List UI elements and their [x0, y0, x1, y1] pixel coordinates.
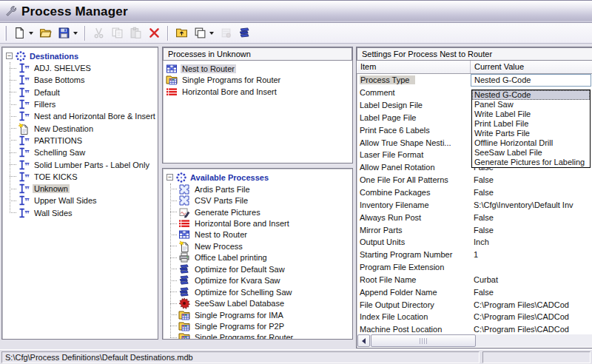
settings-row[interactable]: Always Run Post False — [357, 211, 592, 223]
collapse-expander-icon[interactable]: − — [166, 174, 173, 181]
settings-panel-header: Settings For Process Nest to Router — [357, 47, 592, 61]
column-header-item[interactable]: Item — [357, 61, 471, 73]
copy-button[interactable] — [108, 24, 127, 42]
open-button[interactable] — [36, 24, 55, 42]
settings-row[interactable]: Output Units Inch — [357, 236, 592, 249]
setting-item-label: Starting Program Number — [360, 250, 452, 259]
tree-item[interactable]: Single Programs for IMA — [165, 309, 352, 320]
settings-row[interactable]: Mirror Parts False — [357, 223, 592, 236]
tree-item[interactable]: New Process — [165, 240, 352, 252]
tree-item[interactable]: TOE KICKS — [4, 171, 158, 183]
tree-item[interactable]: Single Programs for Router — [165, 332, 352, 340]
clamp-icon — [18, 62, 30, 74]
process-list-item[interactable]: Nest to Router — [164, 63, 351, 75]
delete-button[interactable] — [145, 24, 164, 42]
tree-root-destinations[interactable]: − Destinations — [4, 50, 158, 62]
cut-button[interactable] — [90, 24, 108, 42]
tree-item[interactable]: CSV Parts File — [165, 195, 352, 206]
dropdown-option[interactable]: Write Parts File — [472, 129, 590, 138]
tree-item[interactable]: SeeSaw Label Database — [165, 297, 352, 309]
dropdown-arrow-icon[interactable] — [29, 32, 33, 35]
tree-item[interactable]: Office Label printing — [165, 252, 352, 263]
save-button[interactable] — [55, 24, 81, 42]
destinations-items: ADJ. SHELVES Base Bottoms Default Filler… — [4, 62, 158, 219]
cut-icon — [92, 27, 105, 39]
tree-connector — [170, 235, 177, 235]
tree-item[interactable]: Ardis Parts File — [165, 183, 352, 195]
clamp-icon — [18, 207, 30, 219]
tree-item[interactable]: New Destination — [4, 122, 158, 134]
available-processes-tree: − Available Processes Ardis Parts File C… — [163, 169, 352, 340]
toolbar — [0, 23, 592, 44]
tree-item[interactable]: Wall Sides — [4, 207, 158, 219]
settings-row[interactable]: File Output Directory C:\Program Files\C… — [357, 298, 592, 311]
tree-item-label: Optimize for Kvara Saw — [193, 276, 282, 285]
settings-row[interactable]: Process Type Nested G-Code — [357, 74, 592, 87]
settings-row[interactable]: Inventory Filename S:\Cfg\Inventory\Defa… — [357, 198, 592, 211]
tree-item[interactable]: PARTITIONS — [4, 135, 158, 146]
process-list-item[interactable]: Single Programs for Router — [164, 75, 351, 87]
new-button[interactable] — [10, 24, 36, 42]
tree-item[interactable]: Single Programs for P2P — [165, 320, 352, 331]
dropdown-option[interactable]: Panel Saw — [472, 100, 590, 109]
tree-item[interactable]: Schelling Saw — [4, 146, 158, 158]
tree-item[interactable]: Default — [4, 87, 158, 98]
settings-row[interactable]: Combine Packages False — [357, 186, 592, 199]
open-process-button[interactable] — [172, 24, 191, 42]
setting-value: 1 — [474, 250, 478, 259]
paste-button[interactable] — [127, 24, 145, 42]
tree-item[interactable]: Base Bottoms — [4, 74, 158, 86]
tree-item[interactable]: Upper Wall Sides — [4, 195, 158, 206]
tree-connector — [10, 92, 16, 92]
setting-value: Curbat — [474, 275, 498, 284]
dropdown-option[interactable]: Write Label File — [472, 109, 590, 119]
tree-connector — [170, 269, 177, 269]
dropdown-option[interactable]: Offline Horizontal Drill — [472, 138, 590, 148]
dropdown-option[interactable]: Print Label File — [472, 119, 590, 129]
scrollbar-thumb[interactable] — [371, 334, 476, 347]
tree-item[interactable]: Nest to Router — [165, 229, 352, 240]
settings-row[interactable]: Append Folder Name False — [357, 286, 592, 298]
tree-item[interactable]: Nest and Horizontal Bore & Insert — [4, 110, 158, 122]
scroll-left-button[interactable] — [357, 334, 370, 347]
dropdown-option[interactable]: Nested G-Code — [472, 90, 590, 100]
tree-item[interactable]: ADJ. SHELVES — [4, 62, 158, 74]
stack-icon — [178, 286, 190, 298]
tree-item[interactable]: Fillers — [4, 98, 158, 110]
settings-row[interactable]: One File For All Patterns False — [357, 174, 592, 186]
dropdown-arrow-icon[interactable] — [73, 32, 78, 35]
tree-connector — [10, 200, 16, 201]
dropdown-option[interactable]: Generate Pictures for Labeling — [472, 158, 590, 167]
tree-item[interactable]: Unknown — [4, 183, 158, 195]
tree-item[interactable]: Generate Pictures — [165, 206, 352, 218]
save-floppy-icon — [58, 27, 70, 39]
tree-item[interactable]: Optimize for Kvara Saw — [165, 275, 352, 286]
tree-item[interactable]: Optimize for Default Saw — [165, 263, 352, 274]
status-text: S:\Cfg\Process Definitions\Default Desti… — [5, 353, 193, 362]
copy-window-button[interactable] — [191, 24, 217, 42]
grid-icon — [178, 229, 190, 240]
settings-row[interactable]: Index File Location C:\Program Files\CAD… — [357, 311, 592, 323]
horizontal-scrollbar[interactable] — [357, 334, 592, 347]
toolbar-grip-handle[interactable] — [4, 26, 7, 41]
tree-item[interactable]: Optimize for Schelling Saw — [165, 286, 352, 297]
tree-connector — [10, 116, 16, 117]
collapse-expander-icon[interactable]: − — [6, 53, 13, 59]
dropdown-option[interactable]: SeeSaw Label File — [472, 148, 590, 158]
titlebar[interactable]: Process Manager — [0, 1, 592, 23]
settings-row[interactable]: Root File Name Curbat — [357, 274, 592, 286]
settings-row[interactable]: Program File Extension — [357, 261, 592, 274]
tree-connector — [10, 164, 16, 165]
dropdown-arrow-icon[interactable] — [209, 32, 214, 35]
destinations-panel: − Destinations ADJ. SHELVES Base Bottoms — [1, 47, 158, 340]
tree-root-available-processes[interactable]: − Available Processes — [165, 171, 352, 183]
tree-item-label: Single Programs for P2P — [193, 322, 286, 331]
optimize-button[interactable] — [235, 24, 254, 42]
settings-row[interactable]: Starting Program Number 1 — [357, 249, 592, 261]
database-button[interactable] — [217, 24, 235, 42]
tree-item[interactable]: Horizontal Bore and Insert — [165, 218, 352, 229]
process-list-item[interactable]: Horizontal Bore and Insert — [164, 86, 351, 98]
tree-connector — [10, 152, 16, 153]
tree-item[interactable]: Solid Lumber Parts - Label Only — [4, 158, 158, 170]
column-header-current-value[interactable]: Current Value — [471, 61, 592, 73]
